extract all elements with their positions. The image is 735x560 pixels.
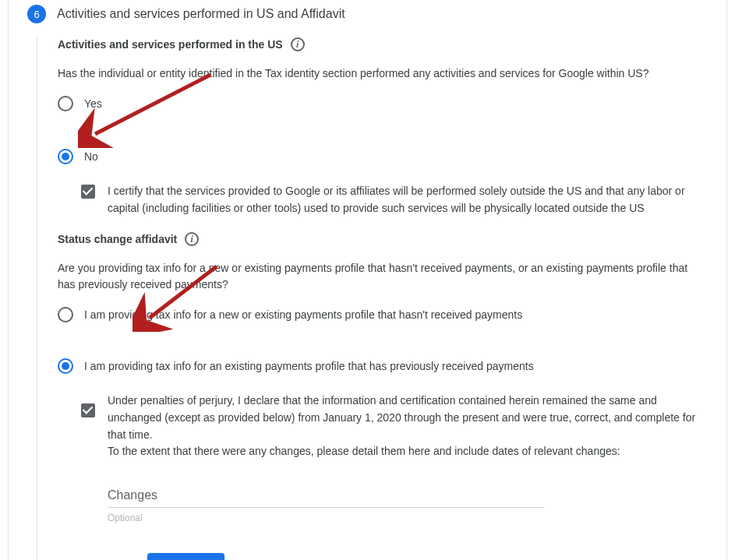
back-button[interactable]: BACK <box>81 555 118 560</box>
form-card: 6 Activities and services performed in U… <box>8 0 727 560</box>
radio-no-row[interactable]: No <box>58 149 705 164</box>
cert-row: I certify that the services provided to … <box>58 183 705 217</box>
step-header: 6 Activities and services performed in U… <box>27 2 708 23</box>
decl-checkbox[interactable] <box>81 403 95 417</box>
radio-existing-profile[interactable] <box>58 358 73 374</box>
form-actions: BACK SUBMIT <box>58 553 705 560</box>
section1-header: Activities and services performed in the… <box>58 37 705 51</box>
changes-underline <box>108 507 544 508</box>
section2-heading: Status change affidavit <box>58 233 177 245</box>
info-icon[interactable]: i <box>291 37 305 51</box>
radio-new-row[interactable]: I am providing tax info for a new or exi… <box>58 307 705 322</box>
section2-header: Status change affidavit i <box>58 232 705 246</box>
section2-question: Are you providing tax info for a new or … <box>58 260 705 293</box>
radio-new-label: I am providing tax info for a new or exi… <box>84 308 522 321</box>
radio-yes-row[interactable]: Yes <box>58 96 705 111</box>
radio-existing-row[interactable]: I am providing tax info for an existing … <box>58 358 705 374</box>
info-icon[interactable]: i <box>185 232 199 246</box>
decl-row: Under penalties of perjury, I declare th… <box>58 393 705 460</box>
changes-field[interactable]: Changes Optional <box>108 488 544 523</box>
radio-yes-label: Yes <box>84 97 102 110</box>
changes-label: Changes <box>108 488 544 507</box>
submit-button[interactable]: SUBMIT <box>147 553 224 560</box>
radio-no-label: No <box>84 150 98 163</box>
section1-question: Has the individual or entity identified … <box>58 65 705 82</box>
radio-new-profile[interactable] <box>58 307 73 322</box>
cert-text: I certify that the services provided to … <box>108 183 705 217</box>
step-content: Activities and services performed in the… <box>37 37 708 560</box>
step-title: Activities and services performed in US … <box>57 7 345 21</box>
step-number-badge: 6 <box>27 5 46 23</box>
radio-no[interactable] <box>58 149 73 164</box>
radio-yes[interactable] <box>58 96 73 111</box>
radio-existing-label: I am providing tax info for an existing … <box>84 360 534 372</box>
changes-hint: Optional <box>108 512 544 523</box>
section1-heading: Activities and services performed in the… <box>58 38 283 51</box>
cert-checkbox[interactable] <box>81 185 95 199</box>
decl-text: Under penalties of perjury, I declare th… <box>108 393 705 460</box>
